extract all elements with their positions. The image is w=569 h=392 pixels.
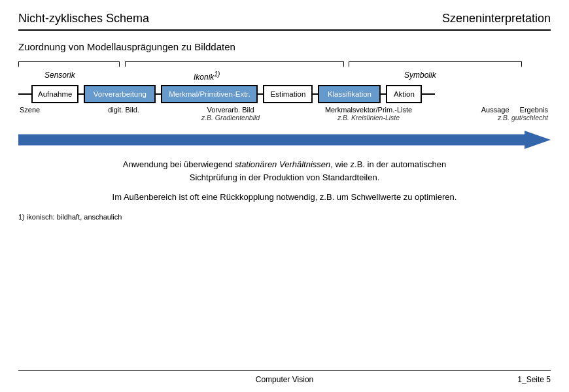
pipe-sep-2	[156, 93, 161, 95]
pipe-sep-4	[313, 93, 318, 95]
category-symbolik: Symbolik	[404, 71, 436, 80]
subtitle: Zuordnung von Modellausprägungen zu Bild…	[18, 41, 551, 52]
category-sensorik: Sensorik	[44, 71, 75, 80]
pipe-block-merkmal: Merkmal/Primitiven-Extr.	[161, 85, 258, 103]
footer-center: Computer Vision	[256, 375, 314, 384]
brace-symbolik	[349, 61, 522, 67]
header: Nicht-zyklisches Schema Szeneninterpreta…	[18, 12, 551, 31]
pipe-sep-3	[258, 93, 263, 95]
label-szene: Szene	[18, 106, 67, 114]
pipe-block-aufnahme: Aufnahme	[31, 85, 78, 103]
brace-area	[18, 61, 551, 69]
pipe-sep-1	[78, 93, 84, 95]
text-section-1: Anwendung bei überwiegend stationären Ve…	[18, 158, 551, 184]
label-vorverarb: Vorverarb. Bild z.B. Gradientenbild	[180, 106, 281, 122]
pipe-block-vorverarbeitung: Vorverarbeitung	[84, 85, 156, 103]
labels-row: Szene digit. Bild. Vorverarb. Bild z.B. …	[18, 105, 551, 122]
footnote: 1) ikonisch: bildhaft, anschaulich	[18, 213, 551, 221]
pipe-sep-5	[381, 93, 386, 95]
pipe-end-line	[422, 93, 435, 95]
page: Nicht-zyklisches Schema Szeneninterpreta…	[0, 0, 569, 392]
brace-sensorik	[18, 61, 120, 67]
pipe-block-estimation: Estimation	[263, 85, 313, 103]
pipe-block-aktion: Aktion	[386, 85, 422, 103]
brace-ikonik	[125, 61, 344, 67]
header-title-left: Nicht-zyklisches Schema	[18, 12, 149, 25]
category-ikonik: Ikonik1)	[194, 71, 220, 82]
arrow-row	[18, 131, 551, 149]
label-digit-bild: digit. Bild.	[97, 106, 150, 114]
pipe-start-line	[18, 93, 31, 95]
category-label-row: Sensorik Ikonik1) Symbolik	[18, 71, 551, 82]
pipeline-row: Aufnahme Vorverarbeitung Merkmal/Primiti…	[18, 84, 551, 105]
blue-arrow	[18, 131, 551, 149]
label-aussage-ergebnis: Aussage Ergebnis z.B. gut/schlecht	[456, 106, 551, 122]
pipe-block-klassifikation: Klassifikation	[318, 85, 381, 103]
text-section-2: Im Außenbereich ist oft eine Rückkopplun…	[18, 191, 551, 204]
italic-text: stationären Verhältnissen	[235, 159, 330, 169]
header-title-right: Szeneninterpretation	[442, 12, 551, 25]
label-merkmalsvektor: Merkmalsvektor/Prim.-Liste z.B. Kreislin…	[311, 106, 426, 122]
footer: Computer Vision 1_Seite 5	[18, 370, 551, 384]
footer-right: 1_Seite 5	[517, 375, 551, 384]
